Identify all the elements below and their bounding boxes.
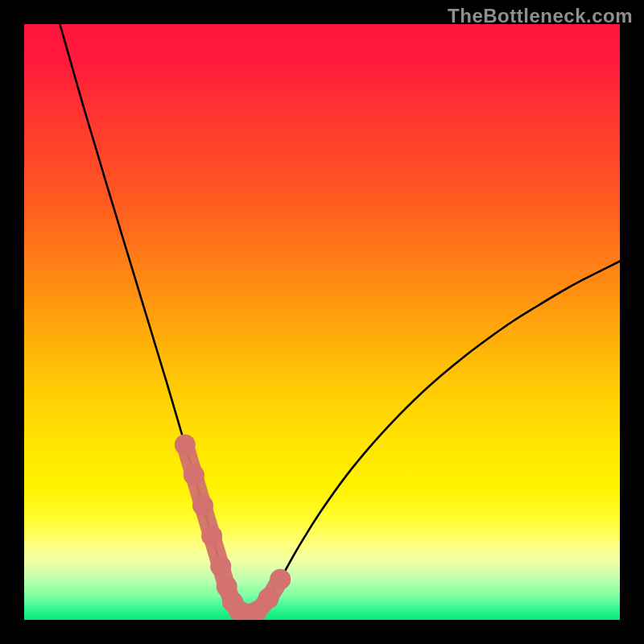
valley-highlight-bead [210,555,231,576]
outer-black-frame: TheBottleneck.com [0,0,644,644]
valley-highlight-bead [192,495,213,516]
plot-area [24,24,620,620]
gradient-chart [24,24,620,620]
valley-highlight-bead [201,526,222,547]
valley-highlight-bead [258,588,279,609]
watermark-text: TheBottleneck.com [448,5,633,27]
valley-highlight-bead [270,569,291,590]
valley-highlight-bead [175,434,196,455]
valley-highlight-bead [184,464,204,485]
gradient-background [24,24,620,620]
